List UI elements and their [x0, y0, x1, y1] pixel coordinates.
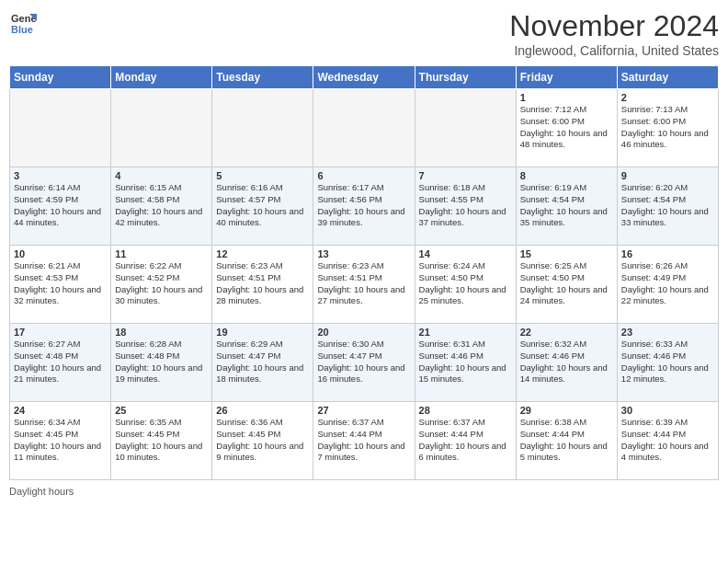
calendar-cell: 19Sunrise: 6:29 AM Sunset: 4:47 PM Dayli…	[212, 324, 313, 402]
calendar-cell: 25Sunrise: 6:35 AM Sunset: 4:45 PM Dayli…	[111, 402, 212, 480]
day-number: 26	[216, 405, 309, 416]
day-info: Sunrise: 6:18 AM Sunset: 4:55 PM Dayligh…	[419, 182, 512, 229]
day-number: 30	[621, 405, 714, 416]
calendar-cell: 8Sunrise: 6:19 AM Sunset: 4:54 PM Daylig…	[516, 167, 617, 246]
day-info: Sunrise: 6:32 AM Sunset: 4:46 PM Dayligh…	[520, 339, 613, 385]
logo: General Blue	[9, 9, 37, 37]
day-info: Sunrise: 6:25 AM Sunset: 4:50 PM Dayligh…	[520, 260, 613, 307]
day-info: Sunrise: 6:34 AM Sunset: 4:45 PM Dayligh…	[14, 417, 107, 464]
day-number: 6	[317, 170, 410, 181]
day-info: Sunrise: 6:21 AM Sunset: 4:53 PM Dayligh…	[14, 260, 107, 307]
day-info: Sunrise: 6:24 AM Sunset: 4:50 PM Dayligh…	[419, 260, 512, 307]
day-info: Sunrise: 6:38 AM Sunset: 4:44 PM Dayligh…	[520, 417, 613, 464]
calendar-cell: 10Sunrise: 6:21 AM Sunset: 4:53 PM Dayli…	[10, 246, 111, 324]
calendar-header-monday: Monday	[111, 66, 212, 89]
footer-text: Daylight hours	[9, 486, 74, 497]
day-number: 3	[14, 170, 107, 181]
day-number: 7	[419, 170, 512, 181]
calendar-header-saturday: Saturday	[617, 66, 718, 89]
day-info: Sunrise: 6:14 AM Sunset: 4:59 PM Dayligh…	[14, 182, 107, 229]
day-info: Sunrise: 6:30 AM Sunset: 4:47 PM Dayligh…	[317, 339, 410, 385]
calendar-cell: 29Sunrise: 6:38 AM Sunset: 4:44 PM Dayli…	[516, 402, 617, 480]
day-info: Sunrise: 6:16 AM Sunset: 4:57 PM Dayligh…	[216, 182, 309, 229]
calendar-cell	[212, 89, 313, 167]
calendar-cell: 9Sunrise: 6:20 AM Sunset: 4:54 PM Daylig…	[617, 167, 718, 246]
day-number: 22	[520, 327, 613, 338]
calendar-cell: 23Sunrise: 6:33 AM Sunset: 4:46 PM Dayli…	[617, 324, 718, 402]
day-number: 29	[520, 405, 613, 416]
calendar-cell: 13Sunrise: 6:23 AM Sunset: 4:51 PM Dayli…	[313, 246, 415, 324]
calendar-cell: 24Sunrise: 6:34 AM Sunset: 4:45 PM Dayli…	[10, 402, 111, 480]
day-number: 18	[115, 327, 208, 338]
day-number: 13	[317, 248, 410, 259]
calendar-cell: 2Sunrise: 7:13 AM Sunset: 6:00 PM Daylig…	[617, 89, 718, 167]
day-number: 11	[115, 248, 208, 259]
calendar-cell: 17Sunrise: 6:27 AM Sunset: 4:48 PM Dayli…	[10, 324, 111, 402]
day-info: Sunrise: 6:37 AM Sunset: 4:44 PM Dayligh…	[419, 417, 512, 464]
day-info: Sunrise: 6:39 AM Sunset: 4:44 PM Dayligh…	[621, 417, 714, 464]
calendar-header-sunday: Sunday	[10, 66, 111, 89]
calendar-header-thursday: Thursday	[415, 66, 516, 89]
day-info: Sunrise: 6:35 AM Sunset: 4:45 PM Dayligh…	[115, 417, 208, 464]
day-number: 27	[317, 405, 410, 416]
day-number: 23	[621, 327, 714, 338]
day-number: 10	[14, 248, 107, 259]
day-number: 20	[317, 327, 410, 338]
day-number: 9	[621, 170, 714, 181]
day-number: 14	[419, 248, 512, 259]
day-number: 2	[621, 92, 714, 103]
day-info: Sunrise: 6:22 AM Sunset: 4:52 PM Dayligh…	[115, 260, 208, 307]
page-header: General Blue November 2024 Inglewood, Ca…	[9, 9, 719, 58]
calendar-week-4: 17Sunrise: 6:27 AM Sunset: 4:48 PM Dayli…	[10, 324, 719, 402]
calendar-header-friday: Friday	[516, 66, 617, 89]
calendar-week-5: 24Sunrise: 6:34 AM Sunset: 4:45 PM Dayli…	[10, 402, 719, 480]
day-number: 15	[520, 248, 613, 259]
day-info: Sunrise: 6:36 AM Sunset: 4:45 PM Dayligh…	[216, 417, 309, 464]
calendar-cell: 14Sunrise: 6:24 AM Sunset: 4:50 PM Dayli…	[415, 246, 516, 324]
day-number: 19	[216, 327, 309, 338]
month-title: November 2024	[509, 9, 719, 43]
location: Inglewood, California, United States	[509, 43, 719, 58]
day-number: 21	[419, 327, 512, 338]
calendar-cell	[415, 89, 516, 167]
day-number: 24	[14, 405, 107, 416]
day-info: Sunrise: 6:23 AM Sunset: 4:51 PM Dayligh…	[216, 260, 309, 307]
calendar-cell	[10, 89, 111, 167]
calendar-cell: 22Sunrise: 6:32 AM Sunset: 4:46 PM Dayli…	[516, 324, 617, 402]
calendar-cell	[111, 89, 212, 167]
calendar-week-3: 10Sunrise: 6:21 AM Sunset: 4:53 PM Dayli…	[10, 246, 719, 324]
day-number: 12	[216, 248, 309, 259]
calendar-cell: 28Sunrise: 6:37 AM Sunset: 4:44 PM Dayli…	[415, 402, 516, 480]
calendar-cell	[313, 89, 415, 167]
calendar-cell: 6Sunrise: 6:17 AM Sunset: 4:56 PM Daylig…	[313, 167, 415, 246]
day-info: Sunrise: 6:23 AM Sunset: 4:51 PM Dayligh…	[317, 260, 410, 307]
calendar-cell: 1Sunrise: 7:12 AM Sunset: 6:00 PM Daylig…	[516, 89, 617, 167]
day-number: 5	[216, 170, 309, 181]
calendar-cell: 3Sunrise: 6:14 AM Sunset: 4:59 PM Daylig…	[10, 167, 111, 246]
logo-icon: General Blue	[9, 9, 37, 37]
day-info: Sunrise: 6:17 AM Sunset: 4:56 PM Dayligh…	[317, 182, 410, 229]
calendar-header-tuesday: Tuesday	[212, 66, 313, 89]
day-number: 8	[520, 170, 613, 181]
day-info: Sunrise: 6:31 AM Sunset: 4:46 PM Dayligh…	[419, 339, 512, 385]
calendar-cell: 15Sunrise: 6:25 AM Sunset: 4:50 PM Dayli…	[516, 246, 617, 324]
calendar-cell: 30Sunrise: 6:39 AM Sunset: 4:44 PM Dayli…	[617, 402, 718, 480]
title-block: November 2024 Inglewood, California, Uni…	[509, 9, 719, 58]
calendar-cell: 12Sunrise: 6:23 AM Sunset: 4:51 PM Dayli…	[212, 246, 313, 324]
calendar-cell: 21Sunrise: 6:31 AM Sunset: 4:46 PM Dayli…	[415, 324, 516, 402]
calendar-cell: 26Sunrise: 6:36 AM Sunset: 4:45 PM Dayli…	[212, 402, 313, 480]
calendar-cell: 27Sunrise: 6:37 AM Sunset: 4:44 PM Dayli…	[313, 402, 415, 480]
calendar-cell: 18Sunrise: 6:28 AM Sunset: 4:48 PM Dayli…	[111, 324, 212, 402]
day-info: Sunrise: 6:15 AM Sunset: 4:58 PM Dayligh…	[115, 182, 208, 229]
day-info: Sunrise: 7:12 AM Sunset: 6:00 PM Dayligh…	[520, 104, 613, 151]
calendar-cell: 5Sunrise: 6:16 AM Sunset: 4:57 PM Daylig…	[212, 167, 313, 246]
day-number: 16	[621, 248, 714, 259]
day-number: 28	[419, 405, 512, 416]
calendar-cell: 7Sunrise: 6:18 AM Sunset: 4:55 PM Daylig…	[415, 167, 516, 246]
footer: Daylight hours	[9, 486, 719, 497]
day-info: Sunrise: 6:29 AM Sunset: 4:47 PM Dayligh…	[216, 339, 309, 385]
day-info: Sunrise: 6:33 AM Sunset: 4:46 PM Dayligh…	[621, 339, 714, 385]
calendar-header-wednesday: Wednesday	[313, 66, 415, 89]
calendar-cell: 4Sunrise: 6:15 AM Sunset: 4:58 PM Daylig…	[111, 167, 212, 246]
day-number: 17	[14, 327, 107, 338]
